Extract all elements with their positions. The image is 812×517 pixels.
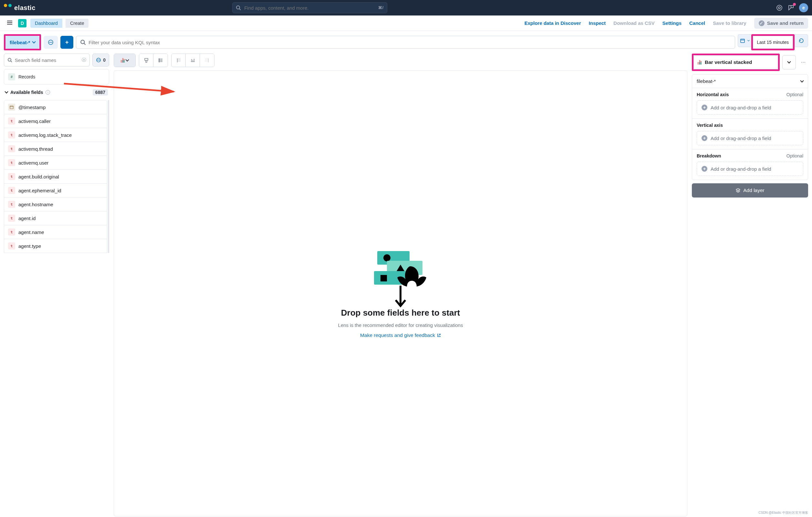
newsfeed-icon[interactable]	[787, 4, 794, 11]
drop-field-target[interactable]: +Add or drag-and-drop a field	[697, 131, 803, 145]
field-search-wrap[interactable]: ⓧ	[4, 54, 90, 66]
field-item[interactable]: tactivemq.log.stack_trace	[4, 128, 107, 142]
legend-icon	[158, 58, 163, 63]
optional-label: Optional	[786, 92, 803, 97]
vis-type-row: Bar vertical stacked ⋯	[692, 54, 808, 71]
svg-point-2	[777, 5, 782, 10]
download-csv-link: Download as CSV	[613, 20, 655, 26]
text-token-icon: t	[8, 159, 15, 166]
drop-canvas[interactable]: Drop some fields here to start Lens is t…	[114, 70, 687, 516]
svg-rect-17	[10, 106, 13, 109]
popout-icon	[437, 333, 441, 337]
refresh-button[interactable]	[794, 34, 808, 47]
chevron-down-icon	[4, 90, 8, 93]
chevron-down-icon	[747, 39, 750, 41]
field-name: activemq.log.stack_trace	[19, 132, 72, 138]
field-item[interactable]: tagent.build.original	[4, 170, 107, 184]
clear-icon[interactable]: ⓧ	[82, 57, 86, 63]
chevron-down-icon	[800, 79, 804, 82]
layer-card: filebeat-* Horizontal axisOptional+Add o…	[692, 74, 808, 180]
right-axis-button[interactable]	[200, 54, 214, 67]
filter-icon	[96, 57, 101, 63]
field-item[interactable]: tagent.name	[4, 225, 107, 239]
number-token-icon: #	[8, 73, 15, 80]
kql-input-wrap[interactable]	[76, 36, 735, 49]
field-item[interactable]: tagent.hostname	[4, 197, 107, 211]
field-name: @timestamp	[19, 104, 46, 110]
optional-label: Optional	[786, 153, 803, 158]
vis-type-selector[interactable]: Bar vertical stacked	[693, 55, 778, 69]
left-axis-button[interactable]	[172, 54, 186, 67]
svg-point-20	[159, 59, 160, 60]
legend-button[interactable]	[153, 54, 168, 67]
highlight-vistype: Bar vertical stacked	[692, 54, 780, 71]
index-pattern-selector[interactable]: filebeat-*	[692, 74, 808, 88]
global-search[interactable]: ⌘/	[232, 2, 387, 13]
add-layer-button[interactable]: Add layer	[692, 183, 808, 197]
help-icon[interactable]	[776, 4, 783, 11]
breadcrumb-dashboard[interactable]: Dashboard	[30, 19, 62, 28]
drop-field-target[interactable]: +Add or drag-and-drop a field	[697, 162, 803, 176]
inspect-link[interactable]: Inspect	[589, 20, 606, 26]
explore-link[interactable]: Explore data in Discover	[525, 20, 581, 26]
svg-point-3	[778, 7, 780, 9]
field-item[interactable]: tagent.type	[4, 239, 107, 253]
vis-type-dropdown[interactable]	[782, 55, 796, 69]
axis-label: Breakdown	[697, 153, 721, 158]
watermark: CSDN @Elastic 中国社区官方博客	[759, 511, 808, 515]
chevron-down-icon	[787, 60, 791, 63]
feedback-link[interactable]: Make requests and give feedback	[360, 332, 441, 338]
date-quick-select[interactable]	[738, 34, 751, 47]
field-item[interactable]: tagent.id	[4, 211, 107, 225]
annotation-arrow	[62, 80, 179, 103]
layer-settings-button[interactable]: ⋯	[799, 55, 808, 69]
nav-toggle-button[interactable]	[4, 18, 16, 29]
axis-section: Horizontal axisOptional+Add or drag-and-…	[692, 88, 808, 119]
svg-point-31	[383, 254, 390, 262]
global-search-input[interactable]	[244, 5, 375, 11]
appearance-button[interactable]	[139, 54, 153, 67]
query-bar: filebeat-* + Last 15 minutes	[0, 31, 812, 54]
calendar-icon	[740, 38, 745, 43]
text-token-icon: t	[8, 187, 15, 194]
field-list[interactable]: @timestamptactivemq.callertactivemq.log.…	[4, 100, 109, 253]
fields-panel: ⓧ 0 # Records Available fields i 6887 @t…	[4, 54, 109, 516]
field-item[interactable]: tagent.ephemeral_id	[4, 184, 107, 197]
info-icon[interactable]: i	[46, 90, 50, 95]
save-return-button[interactable]: ✓ Save and return	[754, 18, 808, 29]
user-avatar[interactable]: e	[799, 3, 808, 12]
field-name: activemq.user	[19, 160, 49, 165]
field-item[interactable]: tactivemq.caller	[4, 114, 107, 128]
layers-icon	[735, 188, 741, 193]
config-panel: Bar vertical stacked ⋯ filebeat-* Horizo…	[692, 54, 808, 516]
chart-type-button[interactable]	[114, 54, 135, 67]
search-icon	[7, 57, 12, 63]
chevron-down-icon	[125, 58, 129, 61]
settings-link[interactable]: Settings	[663, 20, 682, 26]
kql-input[interactable]	[88, 40, 731, 45]
axis-section: BreakdownOptional+Add or drag-and-drop a…	[692, 149, 808, 180]
drop-illustration	[372, 248, 430, 294]
global-header: elastic ⌘/ e	[0, 0, 812, 16]
elastic-logo[interactable]: elastic	[4, 4, 35, 11]
field-item[interactable]: tactivemq.thread	[4, 142, 107, 156]
search-icon	[236, 5, 241, 10]
field-name: agent.ephemeral_id	[19, 188, 61, 193]
drop-field-target[interactable]: +Add or drag-and-drop a field	[697, 100, 803, 115]
text-token-icon: t	[8, 173, 15, 180]
save-library-link: Save to library	[713, 20, 746, 26]
check-icon: ✓	[759, 20, 764, 26]
field-filter-button[interactable]: 0	[92, 54, 109, 66]
highlight-dataview: filebeat-*	[4, 34, 41, 50]
saved-query-button[interactable]	[44, 36, 58, 49]
field-name: agent.build.original	[19, 174, 59, 179]
field-search-input[interactable]	[15, 57, 80, 63]
field-name: activemq.thread	[19, 146, 53, 152]
bottom-axis-button[interactable]	[186, 54, 200, 67]
field-item[interactable]: tactivemq.user	[4, 156, 107, 170]
vis-toolbar	[114, 54, 687, 67]
add-filter-button[interactable]: +	[60, 36, 73, 49]
time-range-picker[interactable]: Last 15 minutes	[753, 36, 793, 49]
dataview-selector[interactable]: filebeat-*	[5, 36, 39, 49]
cancel-link[interactable]: Cancel	[689, 20, 705, 26]
